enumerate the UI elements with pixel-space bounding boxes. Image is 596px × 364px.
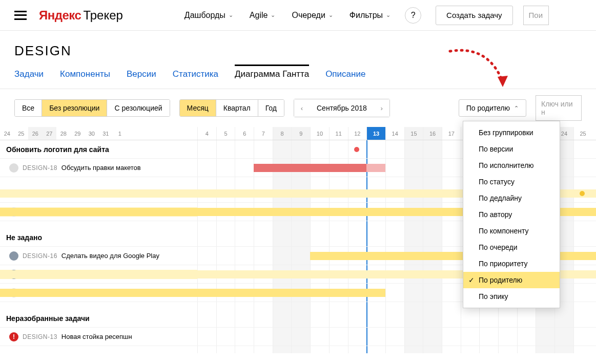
group-title: Обновить логотип для сайта <box>0 145 197 154</box>
task-key: DESIGN-18 <box>23 164 57 172</box>
chevron-down-icon: ⌄ <box>229 12 233 18</box>
gantt-bar[interactable] <box>254 164 366 172</box>
tab-components[interactable]: Компоненты <box>60 66 110 82</box>
menu-icon[interactable] <box>14 11 27 20</box>
help-button[interactable]: ? <box>405 7 421 24</box>
day-header: 12 <box>348 127 367 140</box>
month-pager: ‹ Сентябрь 2018 › <box>294 99 390 117</box>
group-title: Не задано <box>0 233 197 242</box>
search-input[interactable]: Пои <box>523 6 549 25</box>
next-month-button[interactable]: › <box>374 99 389 117</box>
prev-month-button[interactable]: ‹ <box>294 99 310 117</box>
task-name: Сделать видео для Google Play <box>61 252 159 260</box>
gantt-bar[interactable] <box>366 164 385 172</box>
grouping-option[interactable]: По исполнителю <box>463 157 560 174</box>
day-header: 5 <box>216 127 235 140</box>
day-header: 13 <box>366 127 385 140</box>
grouping-option[interactable]: По статусу <box>463 174 560 190</box>
day-header: 4 <box>197 127 216 140</box>
logo-tracker: Трекер <box>83 8 122 23</box>
day-header: 11 <box>329 127 348 140</box>
marker-dot <box>354 147 359 152</box>
current-month: Сентябрь 2018 <box>310 104 374 112</box>
grouping-option[interactable]: Без группировки <box>463 124 560 141</box>
grouping-option[interactable]: По компоненту <box>463 223 560 239</box>
tab-versions[interactable]: Версии <box>127 66 156 82</box>
project-title: DESIGN <box>0 31 596 66</box>
logo-yandex: Яндекс <box>39 8 81 23</box>
grouping-option[interactable]: По родителю <box>463 272 560 288</box>
chevron-down-icon: ⌄ <box>386 12 391 18</box>
period-month[interactable]: Месяц <box>180 100 216 116</box>
logo[interactable]: Яндекс Трекер <box>39 8 123 23</box>
tab-gantt[interactable]: Диаграмма Гантта <box>235 65 309 82</box>
period-quarter[interactable]: Квартал <box>216 100 258 116</box>
grouping-option[interactable]: По эпику <box>463 288 560 305</box>
task-name: Обсудить правки макетов <box>61 164 141 172</box>
tab-statistics[interactable]: Статистика <box>173 66 218 82</box>
grouping-option[interactable]: По дедлайну <box>463 190 560 206</box>
key-search-input[interactable]: Ключ или н <box>536 95 582 121</box>
day-header: 16 <box>423 127 442 140</box>
task-key: DESIGN-13 <box>23 333 57 340</box>
day-header: 17 <box>442 127 461 140</box>
grouping-option[interactable]: По приоритету <box>463 255 560 272</box>
resolution-filter: Все Без резолюции С резолюцией <box>14 99 170 117</box>
tab-description[interactable]: Описание <box>325 66 365 82</box>
day-header: 29 <box>71 127 85 140</box>
task-name: Новая стойка ресепшн <box>61 333 132 340</box>
grouping-button[interactable]: По родителю ⌃ <box>459 99 526 117</box>
nav-dashboards[interactable]: Дашборды⌄ <box>184 11 233 20</box>
group-title: Неразобранные задачи <box>0 314 197 323</box>
avatar <box>9 163 18 173</box>
day-header: 10 <box>310 127 329 140</box>
filter-without-resolution[interactable]: Без резолюции <box>42 100 107 116</box>
day-header: 26 <box>28 127 43 140</box>
day-header: 30 <box>85 127 99 140</box>
day-header: 25 <box>14 127 29 140</box>
day-header: 14 <box>385 127 404 140</box>
avatar <box>9 251 18 261</box>
filter-all[interactable]: Все <box>15 100 42 116</box>
chevron-down-icon: ⌄ <box>328 12 333 18</box>
group-row: Неразобранные задачи <box>0 309 596 328</box>
day-header: 6 <box>235 127 254 140</box>
day-header: 9 <box>291 127 310 140</box>
day-header: 28 <box>56 127 71 140</box>
day-header: 15 <box>404 127 423 140</box>
chevron-up-icon: ⌃ <box>514 105 519 112</box>
day-header: 31 <box>99 127 113 140</box>
day-header: 7 <box>254 127 273 140</box>
tab-tasks[interactable]: Задачи <box>14 66 44 82</box>
marker-dot <box>580 191 585 196</box>
alert-icon: ! <box>9 332 18 341</box>
filter-with-resolution[interactable]: С резолюцией <box>107 100 169 116</box>
day-header: 25 <box>573 127 592 140</box>
grouping-option[interactable]: По версии <box>463 141 560 157</box>
nav-queues[interactable]: Очереди⌄ <box>292 11 333 20</box>
task-row[interactable]: !DESIGN-13Новая стойка ресепшн <box>0 328 596 346</box>
nav-agile[interactable]: Agile⌄ <box>250 11 276 20</box>
day-header: 24 <box>0 127 14 140</box>
day-header: 8 <box>273 127 292 140</box>
grouping-dropdown: Без группировкиПо версииПо исполнителюПо… <box>463 121 560 308</box>
period-year[interactable]: Год <box>258 100 284 116</box>
day-header: 1 <box>113 127 127 140</box>
grouping-option[interactable]: По очереди <box>463 239 560 255</box>
task-key: DESIGN-16 <box>23 252 57 260</box>
nav-filters[interactable]: Фильтры⌄ <box>350 11 391 20</box>
chevron-down-icon: ⌄ <box>271 12 275 18</box>
period-filter: Месяц Квартал Год <box>179 99 284 117</box>
create-task-button[interactable]: Создать задачу <box>436 6 512 25</box>
gantt-bar[interactable] <box>0 289 385 297</box>
grouping-option[interactable]: По автору <box>463 206 560 223</box>
day-header: 27 <box>43 127 57 140</box>
